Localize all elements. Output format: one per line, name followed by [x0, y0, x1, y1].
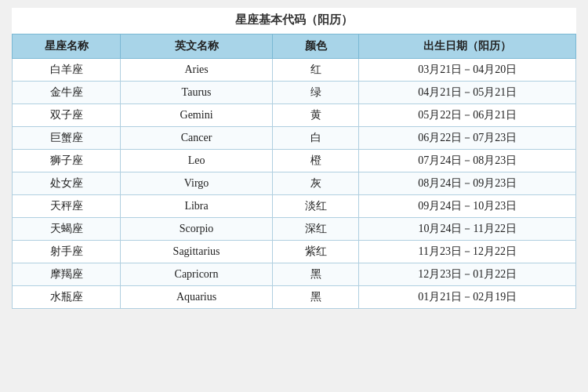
cell-chinese-name: 巨蟹座 [13, 127, 121, 150]
cell-color: 紫红 [272, 241, 359, 263]
table-row: 天秤座Libra淡红09月24日－10月23日 [13, 195, 576, 218]
cell-color: 深红 [272, 218, 359, 241]
cell-color: 白 [272, 127, 359, 150]
cell-chinese-name: 水瓶座 [13, 286, 121, 309]
header-english-name: 英文名称 [121, 34, 273, 59]
cell-english-name: Scorpio [121, 218, 273, 241]
cell-birth-date: 01月21日－02月19日 [359, 286, 576, 309]
cell-chinese-name: 天蝎座 [13, 218, 121, 241]
table-row: 白羊座Aries红03月21日－04月20日 [13, 59, 576, 82]
cell-chinese-name: 处女座 [13, 172, 121, 195]
cell-color: 灰 [272, 172, 359, 195]
cell-birth-date: 09月24日－10月23日 [359, 195, 576, 218]
cell-color: 黑 [272, 286, 359, 309]
cell-english-name: Capricorn [121, 263, 273, 286]
table-row: 金牛座Taurus绿04月21日－05月21日 [13, 82, 576, 104]
table-row: 天蝎座Scorpio深红10月24日－11月22日 [13, 218, 576, 241]
cell-birth-date: 11月23日－12月22日 [359, 241, 576, 263]
zodiac-table: 星座名称 英文名称 颜色 出生日期（阳历） 白羊座Aries红03月21日－04… [12, 34, 576, 309]
cell-english-name: Libra [121, 195, 273, 218]
cell-english-name: Gemini [121, 104, 273, 127]
table-row: 双子座Gemini黄05月22日－06月21日 [13, 104, 576, 127]
cell-color: 红 [272, 59, 359, 82]
cell-english-name: Virgo [121, 172, 273, 195]
cell-color: 绿 [272, 82, 359, 104]
main-container: 星座基本代码（阳历） 星座名称 英文名称 颜色 出生日期（阳历） 白羊座Arie… [12, 8, 576, 309]
cell-chinese-name: 射手座 [13, 241, 121, 263]
cell-chinese-name: 天秤座 [13, 195, 121, 218]
table-header-row: 星座名称 英文名称 颜色 出生日期（阳历） [13, 34, 576, 59]
cell-english-name: Leo [121, 150, 273, 172]
table-row: 水瓶座Aquarius黑01月21日－02月19日 [13, 286, 576, 309]
table-row: 狮子座Leo橙07月24日－08月23日 [13, 150, 576, 172]
table-row: 巨蟹座Cancer白06月22日－07月23日 [13, 127, 576, 150]
header-color: 颜色 [272, 34, 359, 59]
table-row: 射手座Sagittarius紫红11月23日－12月22日 [13, 241, 576, 263]
cell-birth-date: 07月24日－08月23日 [359, 150, 576, 172]
cell-english-name: Taurus [121, 82, 273, 104]
cell-color: 淡红 [272, 195, 359, 218]
cell-chinese-name: 双子座 [13, 104, 121, 127]
table-row: 摩羯座Capricorn黑12月23日－01月22日 [13, 263, 576, 286]
cell-birth-date: 10月24日－11月22日 [359, 218, 576, 241]
cell-chinese-name: 金牛座 [13, 82, 121, 104]
cell-english-name: Cancer [121, 127, 273, 150]
cell-chinese-name: 狮子座 [13, 150, 121, 172]
header-chinese-name: 星座名称 [13, 34, 121, 59]
cell-chinese-name: 摩羯座 [13, 263, 121, 286]
header-birth-date: 出生日期（阳历） [359, 34, 576, 59]
page-title: 星座基本代码（阳历） [12, 8, 576, 34]
cell-chinese-name: 白羊座 [13, 59, 121, 82]
cell-english-name: Sagittarius [121, 241, 273, 263]
table-row: 处女座Virgo灰08月24日－09月23日 [13, 172, 576, 195]
cell-english-name: Aquarius [121, 286, 273, 309]
cell-english-name: Aries [121, 59, 273, 82]
cell-birth-date: 06月22日－07月23日 [359, 127, 576, 150]
cell-birth-date: 03月21日－04月20日 [359, 59, 576, 82]
cell-birth-date: 04月21日－05月21日 [359, 82, 576, 104]
cell-color: 黄 [272, 104, 359, 127]
cell-birth-date: 05月22日－06月21日 [359, 104, 576, 127]
cell-birth-date: 12月23日－01月22日 [359, 263, 576, 286]
cell-birth-date: 08月24日－09月23日 [359, 172, 576, 195]
cell-color: 橙 [272, 150, 359, 172]
cell-color: 黑 [272, 263, 359, 286]
